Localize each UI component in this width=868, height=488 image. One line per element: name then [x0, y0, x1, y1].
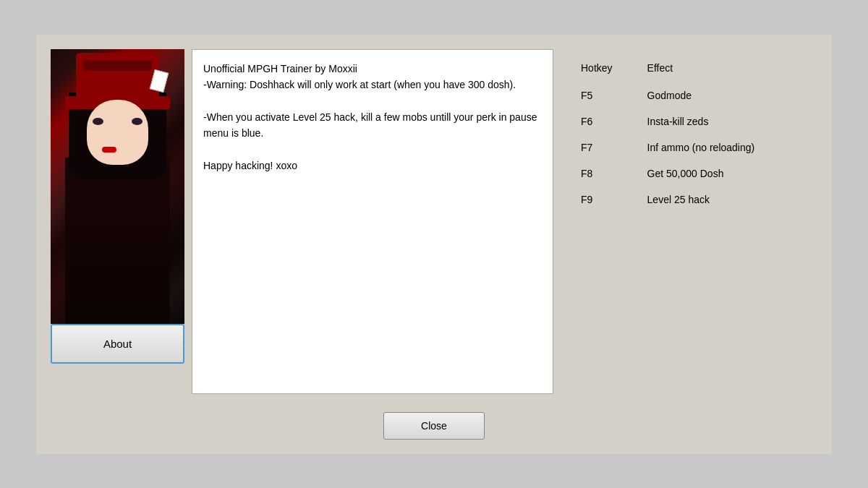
- about-button[interactable]: About: [51, 324, 184, 364]
- content-area: About Unofficial MPGH Trainer by Moxxii …: [51, 49, 817, 394]
- table-row: F5Godmode: [575, 82, 803, 108]
- close-button[interactable]: Close: [383, 412, 485, 440]
- table-row: F6Insta-kill zeds: [575, 108, 803, 134]
- table-row: F9Level 25 hack: [575, 187, 803, 213]
- hotkey-panel: Hotkey Effect F5GodmodeF6Insta-kill zeds…: [561, 49, 817, 394]
- hotkey-key: F5: [575, 82, 642, 108]
- hotkey-table: Hotkey Effect F5GodmodeF6Insta-kill zeds…: [575, 56, 803, 213]
- info-text: Unofficial MPGH Trainer by Moxxii -Warni…: [203, 61, 542, 174]
- hotkey-key: F9: [575, 187, 642, 213]
- hotkey-key: F6: [575, 108, 642, 134]
- hotkey-key: F8: [575, 160, 642, 187]
- hotkey-effect: Get 50,000 Dosh: [642, 160, 803, 187]
- char-face-shape: [87, 100, 148, 165]
- about-button-container: About: [51, 324, 184, 364]
- left-panel: About: [51, 49, 184, 394]
- hotkey-table-header: Hotkey Effect: [575, 56, 803, 82]
- table-row: F8Get 50,000 Dosh: [575, 160, 803, 187]
- main-container: About Unofficial MPGH Trainer by Moxxii …: [36, 35, 832, 454]
- info-panel: Unofficial MPGH Trainer by Moxxii -Warni…: [192, 49, 553, 394]
- hotkey-effect: Level 25 hack: [642, 187, 803, 213]
- table-row: F7Inf ammo (no reloading): [575, 134, 803, 160]
- char-hat-shape: [76, 53, 159, 103]
- hotkey-key: F7: [575, 134, 642, 160]
- char-body-shape: [65, 158, 170, 324]
- hotkey-effect: Insta-kill zeds: [642, 108, 803, 134]
- hotkey-effect: Godmode: [642, 82, 803, 108]
- char-lips-shape: [102, 147, 116, 153]
- hotkey-effect: Inf ammo (no reloading): [642, 134, 803, 160]
- effect-col-header: Effect: [642, 56, 803, 82]
- character-image: [51, 49, 184, 324]
- bottom-area: Close: [51, 401, 817, 440]
- hotkey-col-header: Hotkey: [575, 56, 642, 82]
- hotkey-table-body: F5GodmodeF6Insta-kill zedsF7Inf ammo (no…: [575, 82, 803, 213]
